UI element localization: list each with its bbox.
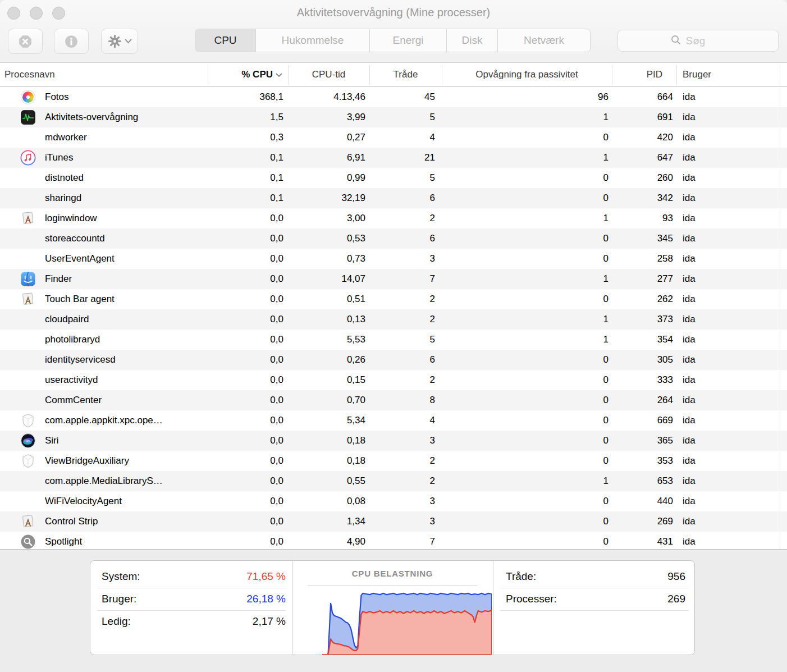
pid-cell: 647 <box>612 148 676 168</box>
column-header-user[interactable]: Bruger <box>676 63 780 86</box>
process-name-cell: distnoted <box>0 168 208 188</box>
search-input[interactable] <box>685 34 726 48</box>
user-cell: ida <box>676 390 780 410</box>
pid-cell: 420 <box>612 127 676 148</box>
itunes-icon <box>20 150 36 166</box>
generic-app-icon <box>20 291 36 307</box>
cpu-time-cell: 1,34 <box>288 511 369 532</box>
scrollbar-track-edge <box>780 87 780 549</box>
user-cell: ida <box>676 208 780 228</box>
cpu-cell: 0,0 <box>208 269 288 289</box>
table-row[interactable]: Fotos368,14.13,464596664ida <box>0 87 787 107</box>
table-row[interactable]: UserEventAgent0,00,7330258ida <box>0 249 787 269</box>
system-label: System: <box>102 570 246 583</box>
user-cell: ida <box>676 532 780 549</box>
tab-energi[interactable]: Energi <box>370 29 447 52</box>
column-header-pid[interactable]: PID <box>612 63 676 86</box>
table-row[interactable]: Touch Bar agent0,00,5120262ida <box>0 289 787 309</box>
threads-cell: 6 <box>369 350 442 370</box>
cpu-cell: 0,0 <box>208 249 288 269</box>
idle-wake-cell: 1 <box>442 471 612 491</box>
plugin-icon <box>20 453 36 469</box>
pid-cell: 440 <box>612 491 676 511</box>
process-name: identityservicesd <box>45 350 116 370</box>
table-row[interactable]: com.apple.appkit.xpc.ope…0,05,3440669ida <box>0 410 787 431</box>
table-row[interactable]: cloudpaird0,00,1321373ida <box>0 309 787 330</box>
threads-cell: 6 <box>369 188 442 208</box>
table-row[interactable]: photolibraryd0,05,5351354ida <box>0 330 787 350</box>
table-row[interactable]: CommCenter0,00,7080264ida <box>0 390 787 410</box>
process-name-cell: Touch Bar agent <box>0 289 208 309</box>
process-name: Siri <box>45 431 59 451</box>
table-row[interactable]: Siri0,00,1830365ida <box>0 431 787 451</box>
search-field[interactable] <box>617 30 779 52</box>
process-name-cell: ViewBridgeAuxiliary <box>0 451 208 471</box>
table-row[interactable]: Finder0,014,0771277ida <box>0 269 787 289</box>
cpu-cell: 0,0 <box>208 532 288 549</box>
idle-wake-cell: 0 <box>442 390 612 410</box>
table-row[interactable]: ViewBridgeAuxiliary0,00,1820353ida <box>0 451 787 471</box>
table-row[interactable]: WiFiVelocityAgent0,00,0830440ida <box>0 491 787 511</box>
tab-disk[interactable]: Disk <box>447 29 498 52</box>
cpu-cell: 0,1 <box>208 188 288 208</box>
pid-cell: 373 <box>612 309 676 330</box>
quit-process-button[interactable] <box>8 29 43 54</box>
process-name: distnoted <box>45 168 84 188</box>
process-name: ViewBridgeAuxiliary <box>45 451 129 471</box>
cpu-time-cell: 0,99 <box>288 168 369 188</box>
user-cell: ida <box>676 87 780 107</box>
column-header-label: Tråde <box>394 69 418 80</box>
user-cell: ida <box>676 127 780 148</box>
table-row[interactable]: loginwindow0,03,002193ida <box>0 208 787 228</box>
table-row[interactable]: distnoted0,10,9950260ida <box>0 168 787 188</box>
tab-netværk[interactable]: Netværk <box>498 29 590 52</box>
column-header-label: PID <box>647 69 662 80</box>
cpu-cell: 0,0 <box>208 309 288 330</box>
table-row[interactable]: identityservicesd0,00,2660305ida <box>0 350 787 370</box>
process-name: cloudpaird <box>45 309 89 330</box>
sort-descending-chevron-icon <box>276 69 282 80</box>
threads-cell: 2 <box>369 309 442 330</box>
cpu-cell: 0,0 <box>208 431 288 451</box>
process-name: Finder <box>45 269 72 289</box>
idle-wake-cell: 1 <box>442 269 612 289</box>
threads-value: 956 <box>667 570 685 583</box>
user-cell: ida <box>676 269 780 289</box>
pid-cell: 260 <box>612 168 676 188</box>
cpu-cell: 0,0 <box>208 491 288 511</box>
table-row[interactable]: sharingd0,132,1960342ida <box>0 188 787 208</box>
column-header-threads[interactable]: Tråde <box>369 63 442 86</box>
table-row[interactable]: iTunes0,16,91211647ida <box>0 148 787 168</box>
table-row[interactable]: useractivityd0,00,1520333ida <box>0 370 787 390</box>
table-row[interactable]: com.apple.MediaLibraryS…0,00,5521653ida <box>0 471 787 491</box>
table-row[interactable]: storeaccountd0,00,5360345ida <box>0 228 787 249</box>
column-header-wake[interactable]: Opvågning fra passivitet <box>442 63 612 86</box>
idle-label: Ledig: <box>102 615 253 628</box>
table-row[interactable]: Control Strip0,01,3430269ida <box>0 511 787 532</box>
threads-cell: 8 <box>369 390 442 410</box>
user-label: Bruger: <box>102 593 246 605</box>
inspect-process-button[interactable] <box>54 29 89 54</box>
generic-app-icon <box>20 514 36 529</box>
process-name: Touch Bar agent <box>45 289 115 309</box>
column-header-time[interactable]: CPU-tid <box>288 63 369 86</box>
threads-label: Tråde: <box>506 570 667 583</box>
threads-cell: 7 <box>369 532 442 549</box>
header-separator <box>612 65 612 85</box>
settings-menu-button[interactable] <box>101 29 138 54</box>
table-row[interactable]: mdworker0,30,2740420ida <box>0 127 787 148</box>
pid-cell: 305 <box>612 350 676 370</box>
table-row[interactable]: Aktivitets-overvågning1,53,9951691ida <box>0 107 787 127</box>
tab-cpu[interactable]: CPU <box>195 29 256 52</box>
footer-stats-panel: System: 71,65 % Bruger: 26,18 % Ledig: 2… <box>90 560 695 655</box>
pid-cell: 333 <box>612 370 676 390</box>
process-name-cell: identityservicesd <box>0 350 208 370</box>
process-name: mdworker <box>45 127 87 148</box>
column-header-name[interactable]: Procesnavn <box>0 63 208 86</box>
process-name: iTunes <box>45 148 73 168</box>
idle-wake-cell: 0 <box>442 511 612 532</box>
idle-wake-cell: 1 <box>442 148 612 168</box>
tab-hukommelse[interactable]: Hukommelse <box>256 29 370 52</box>
table-row[interactable]: Spotlight0,04,9070431ida <box>0 532 787 549</box>
column-header-cpu[interactable]: % CPU <box>208 63 288 86</box>
